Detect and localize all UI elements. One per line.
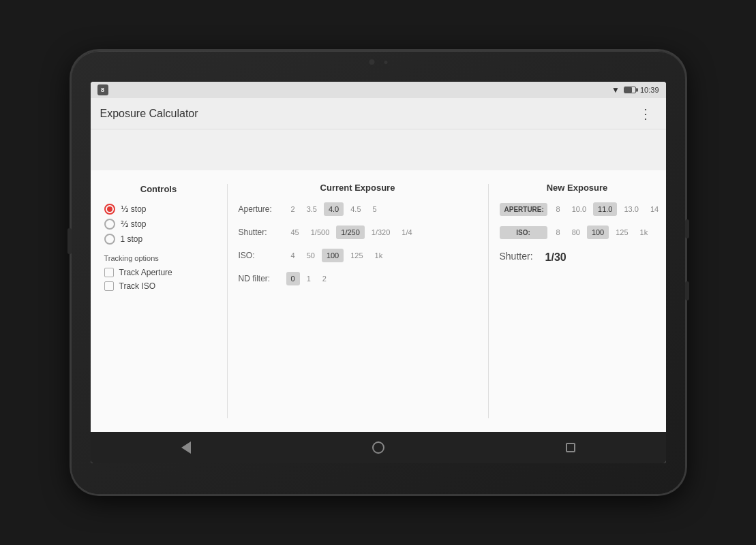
speaker-dot [384,61,387,64]
iso-pills: 4 50 100 125 1k [286,249,388,262]
current-exposure-title: Current Exposure [239,183,477,193]
new-aperture-label: APERTURE: [500,203,547,216]
iso-pill-1[interactable]: 50 [302,249,320,262]
tablet-device: 8 ▼ 10:39 Exposure Calculator ⋮ [72,51,685,494]
new-aperture-row: APERTURE: 8 10.0 11.0 13.0 14 [500,202,655,216]
new-iso-label: ISO: [500,226,547,239]
new-aperture-pill-4[interactable]: 14 [646,202,663,216]
aperture-label: Aperture: [239,204,286,214]
radio-two-third-stop[interactable]: ⅔ stop [104,219,213,230]
new-aperture-pill-2[interactable]: 11.0 [593,202,617,216]
new-shutter-label: Shutter: [500,251,533,262]
shutter-pills: 45 1/500 1/250 1/320 1/4 [286,225,417,239]
new-iso-pill-3[interactable]: 125 [611,225,633,239]
nd-filter-pills: 0 1 2 [286,272,331,285]
checkbox-group: Track Aperture Track ISO [104,268,213,291]
aperture-pill-0[interactable]: 2 [286,202,300,216]
new-aperture-pill-3[interactable]: 13.0 [619,202,643,216]
track-aperture-label: Track Aperture [119,268,172,277]
shutter-pill-2[interactable]: 1/250 [336,225,365,239]
iso-pill-0[interactable]: 4 [286,249,300,262]
new-aperture-pill-0[interactable]: 8 [551,202,565,216]
time-display: 10:39 [640,86,659,94]
app-bar: Exposure Calculator ⋮ [91,98,666,129]
aperture-pill-3[interactable]: 4.5 [346,202,365,216]
aperture-pills: 2 3.5 4.0 4.5 5 [286,202,382,216]
nd-filter-pill-1[interactable]: 1 [302,272,316,285]
shutter-pill-1[interactable]: 1/500 [306,225,335,239]
track-iso-checkbox[interactable]: Track ISO [104,281,213,291]
recent-apps-button[interactable] [552,437,589,458]
iso-pill-3[interactable]: 125 [346,249,367,262]
radio-label-third-stop: ⅓ stop [121,204,147,214]
aperture-pill-2[interactable]: 4.0 [324,202,344,216]
shutter-row: Shutter: 45 1/500 1/250 1/320 1/4 [239,225,477,239]
shutter-label: Shutter: [239,228,286,237]
new-aperture-pills: 8 10.0 11.0 13.0 14 [551,202,664,216]
radio-label-one-stop: 1 stop [121,234,143,244]
new-iso-pill-2[interactable]: 100 [587,225,609,239]
tracking-options-title: Tracking options [104,254,213,262]
track-aperture-checkbox[interactable]: Track Aperture [104,268,213,277]
new-exposure-section: New Exposure APERTURE: 8 10.0 11.0 13.0 … [489,177,666,425]
shutter-pill-3[interactable]: 1/320 [367,225,395,239]
back-button[interactable] [168,436,205,459]
shutter-pill-0[interactable]: 45 [286,225,304,239]
overflow-menu-button[interactable]: ⋮ [635,103,656,125]
nd-filter-pill-0[interactable]: 0 [286,272,300,285]
volume-up-button[interactable] [685,219,689,238]
back-icon [181,441,191,454]
tablet-camera-area [369,59,387,65]
home-icon [372,441,384,454]
nd-filter-pill-2[interactable]: 2 [318,272,331,285]
new-exposure-title: New Exposure [500,183,655,193]
tablet-screen: 8 ▼ 10:39 Exposure Calculator ⋮ [91,82,666,463]
home-button[interactable] [359,436,398,459]
radio-circle-third-stop [104,204,115,215]
radio-circle-two-third-stop [104,219,115,230]
radio-circle-one-stop [104,234,115,245]
power-button[interactable] [67,228,72,254]
radio-group: ⅓ stop ⅔ stop 1 stop [104,204,213,245]
new-iso-pill-4[interactable]: 1k [635,225,653,239]
iso-row: ISO: 4 50 100 125 1k [239,249,477,262]
iso-pill-2[interactable]: 100 [322,249,344,262]
app-content: Controls ⅓ stop ⅔ stop 1 s [91,129,666,432]
nd-filter-row: ND filter: 0 1 2 [239,272,477,285]
volume-down-button[interactable] [685,281,689,300]
current-exposure-section: Current Exposure Aperture: 2 3.5 4.0 4.5… [228,177,488,425]
shutter-pill-4[interactable]: 1/4 [397,225,417,239]
track-aperture-box [104,268,114,277]
radio-third-stop[interactable]: ⅓ stop [104,204,213,215]
new-shutter-value: 1/30 [545,251,566,264]
iso-pill-4[interactable]: 1k [370,249,388,262]
new-iso-row: ISO: 8 80 100 125 1k [500,225,655,239]
main-content: Controls ⅓ stop ⅔ stop 1 s [91,170,666,432]
aperture-row: Aperture: 2 3.5 4.0 4.5 5 [239,202,477,216]
status-bar: 8 ▼ 10:39 [91,82,666,98]
radio-one-stop[interactable]: 1 stop [104,234,213,245]
new-iso-pill-0[interactable]: 8 [551,225,565,239]
controls-section: Controls ⅓ stop ⅔ stop 1 s [91,177,227,425]
controls-title: Controls [104,184,213,194]
app-title: Exposure Calculator [100,108,198,120]
new-iso-pills: 8 80 100 125 1k [551,225,653,239]
track-iso-label: Track ISO [119,281,156,291]
app-notification-icon: 8 [97,84,108,95]
iso-label: ISO: [239,251,286,260]
wifi-icon: ▼ [611,85,620,95]
radio-label-two-third-stop: ⅔ stop [121,219,147,229]
aperture-pill-1[interactable]: 3.5 [302,202,322,216]
track-iso-box [104,281,114,291]
new-shutter-row: Shutter: 1/30 [500,249,655,264]
battery-icon [624,87,636,93]
aperture-pill-4[interactable]: 5 [368,202,382,216]
new-aperture-pill-1[interactable]: 10.0 [567,202,591,216]
front-camera [369,59,374,65]
nd-filter-label: ND filter: [239,274,286,283]
top-banner [91,129,666,170]
bottom-nav [91,432,666,463]
recent-apps-icon [566,443,575,452]
new-iso-pill-1[interactable]: 80 [567,225,585,239]
